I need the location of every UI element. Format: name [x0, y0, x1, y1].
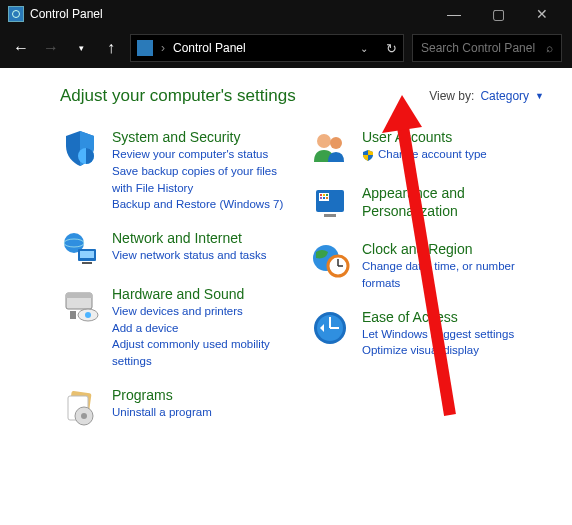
svg-rect-21: [326, 194, 328, 196]
titlebar: Control Panel — ▢ ✕: [0, 0, 572, 28]
category-link[interactable]: Review your computer's status: [112, 146, 294, 163]
category-title[interactable]: User Accounts: [362, 128, 487, 146]
category-link[interactable]: Save backup copies of your files with Fi…: [112, 163, 294, 196]
category-title[interactable]: Programs: [112, 386, 212, 404]
category-link[interactable]: Backup and Restore (Windows 7): [112, 196, 294, 213]
users-icon: [310, 128, 350, 168]
category-link[interactable]: Add a device: [112, 320, 294, 337]
uac-shield-icon: [362, 149, 374, 161]
svg-rect-20: [323, 194, 325, 196]
shield-icon: [60, 128, 100, 168]
svg-point-15: [317, 134, 331, 148]
close-button[interactable]: ✕: [520, 0, 564, 28]
category-ease-of-access: Ease of Access Let Windows suggest setti…: [310, 308, 544, 360]
nav-toolbar: ← → ▾ ↑ › Control Panel ⌄ ↻ ⌕: [0, 28, 572, 68]
svg-rect-23: [323, 197, 325, 199]
control-panel-icon: [137, 40, 153, 56]
category-hardware-sound: Hardware and Sound View devices and prin…: [60, 285, 294, 370]
svg-point-14: [81, 413, 87, 419]
category-link[interactable]: Optimize visual display: [362, 342, 514, 359]
category-network-internet: Network and Internet View network status…: [60, 229, 294, 269]
svg-rect-4: [80, 251, 94, 258]
clock-icon: [310, 240, 350, 280]
viewby-label: View by:: [429, 89, 474, 103]
address-bar[interactable]: › Control Panel ⌄ ↻: [130, 34, 404, 62]
appearance-icon: [310, 184, 350, 224]
category-title[interactable]: System and Security: [112, 128, 294, 146]
up-button[interactable]: ↑: [100, 39, 122, 57]
category-link[interactable]: Change account type: [378, 146, 487, 163]
search-box[interactable]: ⌕: [412, 34, 562, 62]
category-link[interactable]: View network status and tasks: [112, 247, 266, 264]
hardware-icon: [60, 285, 100, 325]
category-link[interactable]: Let Windows suggest settings: [362, 326, 514, 343]
search-input[interactable]: [421, 41, 541, 55]
svg-rect-22: [320, 197, 322, 199]
category-title[interactable]: Clock and Region: [362, 240, 544, 258]
svg-point-16: [330, 137, 342, 149]
left-column: System and Security Review your computer…: [60, 128, 294, 442]
category-clock-region: Clock and Region Change date, time, or n…: [310, 240, 544, 292]
refresh-button[interactable]: ↻: [386, 41, 397, 56]
svg-rect-19: [320, 194, 322, 196]
category-system-security: System and Security Review your computer…: [60, 128, 294, 213]
category-title[interactable]: Ease of Access: [362, 308, 514, 326]
page-heading: Adjust your computer's settings: [60, 86, 296, 106]
address-dropdown-icon[interactable]: ⌄: [360, 43, 368, 54]
maximize-button[interactable]: ▢: [476, 0, 520, 28]
forward-button[interactable]: →: [40, 39, 62, 57]
category-title[interactable]: Hardware and Sound: [112, 285, 294, 303]
chevron-down-icon[interactable]: ▼: [535, 91, 544, 101]
network-icon: [60, 229, 100, 269]
breadcrumb-sep: ›: [161, 41, 165, 55]
category-link[interactable]: Adjust commonly used mobility settings: [112, 336, 294, 369]
viewby-value[interactable]: Category: [480, 89, 529, 103]
back-button[interactable]: ←: [10, 39, 32, 57]
svg-rect-25: [324, 214, 336, 217]
category-link[interactable]: Uninstall a program: [112, 404, 212, 421]
recent-dropdown[interactable]: ▾: [70, 43, 92, 53]
category-programs: Programs Uninstall a program: [60, 386, 294, 426]
svg-point-10: [85, 312, 91, 318]
search-icon[interactable]: ⌕: [546, 41, 553, 55]
view-by-control[interactable]: View by: Category ▼: [429, 89, 544, 103]
minimize-button[interactable]: —: [432, 0, 476, 28]
content-area: Adjust your computer's settings View by:…: [0, 68, 572, 452]
window-title: Control Panel: [30, 7, 432, 21]
category-title[interactable]: Network and Internet: [112, 229, 266, 247]
svg-rect-24: [326, 197, 328, 199]
category-title[interactable]: Appearance and Personalization: [362, 184, 544, 220]
programs-icon: [60, 386, 100, 426]
control-panel-icon: [8, 6, 24, 22]
svg-rect-5: [82, 262, 92, 264]
category-user-accounts: User Accounts Change account type: [310, 128, 544, 168]
category-link[interactable]: Change date, time, or number formats: [362, 258, 544, 291]
category-appearance: Appearance and Personalization: [310, 184, 544, 224]
svg-rect-7: [66, 293, 92, 298]
svg-rect-8: [70, 311, 76, 319]
breadcrumb[interactable]: Control Panel: [173, 41, 246, 55]
ease-of-access-icon: [310, 308, 350, 348]
right-column: User Accounts Change account type Appear…: [310, 128, 544, 442]
category-link[interactable]: View devices and printers: [112, 303, 294, 320]
